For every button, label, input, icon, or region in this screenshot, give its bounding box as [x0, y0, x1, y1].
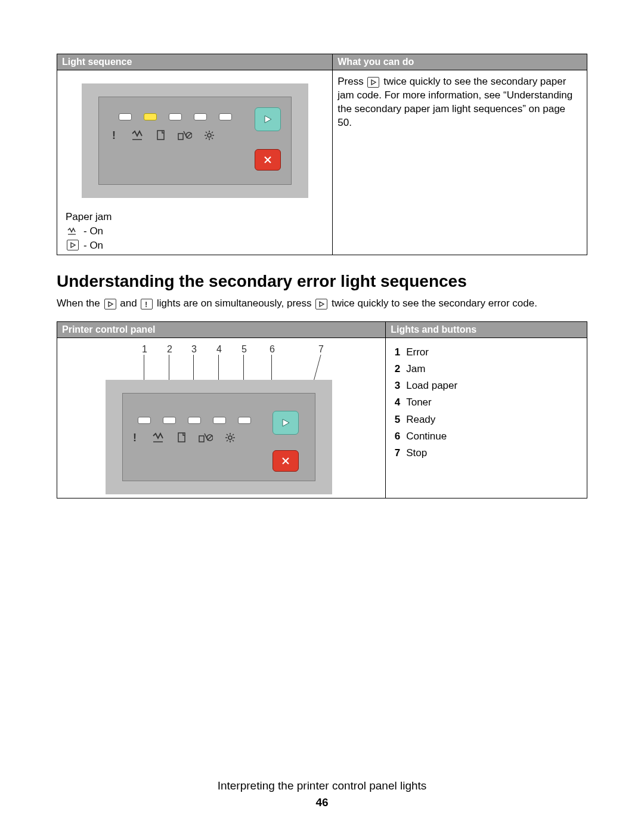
svg-line-6 — [187, 133, 191, 138]
svg-line-38 — [227, 434, 228, 435]
ready-icon — [204, 130, 215, 144]
svg-rect-29 — [199, 436, 204, 442]
jam-icon — [131, 130, 144, 144]
svg-point-7 — [208, 134, 211, 137]
svg-line-32 — [208, 435, 212, 440]
legend-item: 4Toner — [392, 394, 581, 411]
error-icon: ! — [109, 130, 119, 144]
continue-icon — [315, 299, 327, 309]
svg-marker-22 — [109, 302, 113, 306]
state-jam-on: - On — [66, 224, 329, 239]
svg-marker-16 — [265, 116, 271, 123]
cell-panel-figure-2: 1 2 3 4 5 6 7 — [57, 338, 386, 498]
led-load-paper — [169, 113, 182, 120]
led-1-error — [138, 417, 151, 424]
table-light-sequence: Light sequence What you can do — [57, 54, 587, 255]
led-2-jam — [163, 417, 176, 424]
svg-marker-20 — [71, 243, 75, 247]
continue-button-icon — [273, 411, 299, 435]
panel-icon-row: ! — [109, 130, 215, 144]
toner-icon — [178, 130, 192, 144]
legend-item: 1Error — [392, 344, 581, 361]
jam-icon — [67, 226, 79, 237]
led-5-ready — [238, 417, 251, 424]
led-toner — [194, 113, 207, 120]
svg-marker-42 — [283, 419, 289, 426]
th-light-sequence: Light sequence — [57, 54, 333, 70]
svg-line-15 — [212, 132, 213, 133]
svg-rect-2 — [157, 131, 164, 140]
th-printer-control-panel: Printer control panel — [57, 322, 386, 338]
legend-item: 5Ready — [392, 411, 581, 428]
chapter-title: Interpreting the printer control panel l… — [0, 779, 644, 792]
manual-page: Light sequence What you can do — [0, 0, 644, 833]
continue-button-icon — [255, 107, 281, 131]
th-what-you-can-do: What you can do — [333, 54, 587, 70]
state-continue-on: - On — [66, 239, 329, 253]
continue-icon — [367, 77, 379, 88]
led-jam-on — [144, 113, 157, 120]
svg-line-12 — [206, 132, 207, 133]
svg-rect-28 — [178, 433, 185, 442]
svg-rect-3 — [178, 134, 183, 140]
svg-marker-21 — [371, 80, 376, 85]
th-lights-and-buttons: Lights and buttons — [386, 322, 587, 338]
intro-paragraph: When the and ! lights are on simultaneou… — [57, 297, 587, 311]
svg-point-33 — [228, 436, 232, 439]
caption-paper-jam: Paper jam — [66, 210, 329, 224]
load-paper-icon — [156, 130, 166, 144]
page-footer: Interpreting the printer control panel l… — [0, 779, 644, 809]
printer-panel-figure-1: ! — [82, 83, 308, 198]
cell-instructions-1: Press twice quickly to see the secondary… — [333, 70, 587, 255]
legend-item: 2Jam — [392, 361, 581, 377]
svg-marker-24 — [320, 302, 324, 306]
cell-legend: 1Error 2Jam 3Load paper 4Toner 5Ready 6C… — [386, 338, 587, 498]
stop-button-icon — [255, 149, 281, 171]
svg-line-14 — [206, 138, 207, 139]
panel-icon-row: ! — [129, 432, 236, 446]
jam-icon — [152, 432, 165, 446]
legend-item: 7Stop — [392, 445, 581, 462]
svg-text:!: ! — [133, 432, 137, 443]
ready-icon — [225, 432, 236, 446]
svg-line-39 — [233, 440, 234, 441]
cell-panel-figure-1: ! — [57, 70, 333, 255]
led-3-load-paper — [188, 417, 201, 424]
section-heading: Understanding the secondary error light … — [57, 272, 587, 291]
table-printer-control-panel: Printer control panel Lights and buttons… — [57, 321, 587, 498]
led-error — [119, 113, 132, 120]
continue-icon — [104, 299, 116, 309]
load-paper-icon — [177, 432, 187, 446]
svg-line-13 — [212, 138, 213, 139]
svg-line-41 — [233, 434, 234, 435]
svg-line-40 — [227, 440, 228, 441]
stop-button-icon — [273, 450, 299, 472]
led-ready — [219, 113, 232, 120]
toner-icon — [199, 432, 213, 446]
printer-panel-figure-2: ! — [106, 380, 332, 494]
error-icon: ! — [129, 432, 140, 446]
legend-item: 6Continue — [392, 428, 581, 445]
svg-text:!: ! — [112, 130, 116, 141]
legend-list: 1Error 2Jam 3Load paper 4Toner 5Ready 6C… — [389, 340, 583, 465]
continue-icon — [67, 240, 79, 250]
legend-item: 3Load paper — [392, 377, 581, 394]
error-icon: ! — [141, 299, 153, 309]
page-number: 46 — [0, 796, 644, 809]
svg-text:!: ! — [145, 300, 147, 308]
led-4-toner — [213, 417, 226, 424]
